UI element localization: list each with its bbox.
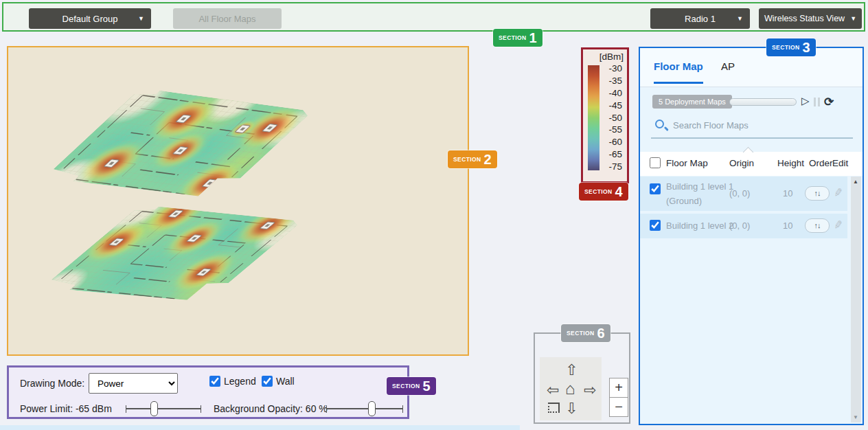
search-icon bbox=[655, 120, 664, 128]
wall-checkbox[interactable] bbox=[262, 376, 273, 387]
origin-value: (0, 0) bbox=[729, 188, 750, 199]
col-origin: Origin bbox=[729, 158, 754, 168]
play-icon[interactable]: ▷ bbox=[801, 95, 810, 107]
scroll-up-icon[interactable]: ▲ bbox=[853, 179, 858, 185]
select-all-checkbox[interactable] bbox=[650, 157, 661, 168]
search-floor-maps-input[interactable]: Search Floor Maps bbox=[651, 117, 853, 139]
deployment-maps-badge: 5 Deployment Maps bbox=[652, 95, 732, 109]
chevron-down-icon: ▼ bbox=[737, 15, 743, 22]
section-6-badge: SECTION 6 bbox=[561, 324, 610, 342]
floor-name: Building 1 level 2 bbox=[666, 220, 733, 231]
legend-tick: -75 bbox=[599, 161, 622, 172]
wireless-heatmap bbox=[8, 47, 468, 354]
search-placeholder: Search Floor Maps bbox=[673, 120, 749, 131]
chevron-down-icon: ▼ bbox=[138, 15, 144, 22]
floor-1 bbox=[8, 66, 350, 220]
legend-tick: -35 bbox=[599, 76, 622, 86]
legend-tick: -40 bbox=[599, 88, 622, 98]
legend-checkbox-label: Legend bbox=[224, 376, 256, 387]
group-selector-dropdown[interactable]: Default Group ▼ bbox=[29, 8, 151, 29]
legend-tick-labels: -30-35-40-45-50-55-60-65-75 bbox=[599, 63, 622, 172]
home-icon[interactable]: ⌂ bbox=[565, 381, 575, 396]
col-edit: Edit bbox=[832, 158, 848, 168]
legend-tick: -65 bbox=[599, 149, 622, 159]
section-1-badge: SECTION 1 bbox=[493, 29, 542, 47]
table-header: Floor Map Origin Height Order Edit bbox=[640, 152, 863, 176]
floor-map-canvas[interactable] bbox=[7, 46, 469, 356]
group-selector-label: Default Group bbox=[62, 14, 118, 24]
legend-checkbox-group[interactable]: Legend bbox=[209, 376, 256, 387]
drawing-mode-label: Drawing Mode: bbox=[20, 378, 84, 389]
background-opacity-slider-wrap bbox=[326, 400, 403, 417]
radio-selector-label: Radio 1 bbox=[685, 14, 716, 24]
background-opacity-value: 60 % bbox=[306, 403, 328, 414]
power-limit-label: Power Limit: -65 dBm bbox=[20, 403, 112, 414]
table-row[interactable]: Building 1 level 2 (0, 0) 10 ↑↓ ✎ bbox=[640, 214, 847, 238]
pan-pad: ⇧ ⇦ ⌂ ⇨ ⇩ bbox=[540, 357, 602, 420]
deployment-progress-bar bbox=[729, 98, 797, 106]
tab-ap[interactable]: AP bbox=[721, 60, 735, 72]
edit-pencil-icon[interactable]: ✎ bbox=[832, 218, 844, 232]
map-navigation-panel: ⇧ ⇦ ⌂ ⇨ ⇩ + − bbox=[534, 332, 630, 424]
pause-icon[interactable] bbox=[814, 98, 820, 106]
background-opacity-slider[interactable] bbox=[326, 400, 403, 417]
dbm-legend: [dBm] -30-35-40-45-50-55-60-65-75 bbox=[581, 47, 629, 183]
power-limit-slider-wrap bbox=[126, 400, 201, 417]
height-value: 10 bbox=[783, 220, 792, 231]
legend-gradient-bar bbox=[588, 65, 599, 170]
table-row[interactable]: Building 1 level 1 (Ground) (0, 0) 10 ↑↓… bbox=[640, 177, 847, 211]
legend-tick: -45 bbox=[599, 100, 622, 111]
drawing-mode-select[interactable]: Power bbox=[89, 373, 178, 394]
col-height: Height bbox=[777, 158, 804, 168]
zoom-in-button[interactable]: + bbox=[609, 378, 628, 398]
section-3-badge: SECTION 3 bbox=[766, 38, 816, 56]
power-limit-value: -65 dBm bbox=[76, 403, 112, 414]
wall-checkbox-group[interactable]: Wall bbox=[262, 376, 295, 387]
origin-value: (0, 0) bbox=[729, 220, 750, 231]
radio-selector-dropdown[interactable]: Radio 1 ▼ bbox=[650, 8, 750, 29]
section-5-badge: SECTION 5 bbox=[387, 377, 436, 395]
wall-checkbox-label: Wall bbox=[276, 376, 295, 387]
legend-tick: -50 bbox=[599, 113, 622, 123]
floor-name-suffix: (Ground) bbox=[666, 196, 702, 206]
legend-tick: -30 bbox=[599, 63, 622, 73]
row-checkbox[interactable] bbox=[650, 183, 661, 194]
floor-name: Building 1 level 1 bbox=[666, 181, 733, 192]
select-region-icon[interactable] bbox=[548, 403, 560, 413]
panel-tab-bar: Floor Map AP bbox=[640, 48, 863, 87]
legend-tick: -60 bbox=[599, 137, 622, 147]
drawing-controls-panel: Drawing Mode: Power Legend Wall Power Li… bbox=[7, 365, 409, 419]
top-toolbar: Default Group ▼ All Floor Maps Radio 1 ▼… bbox=[2, 2, 865, 32]
app-window: Default Group ▼ All Floor Maps Radio 1 ▼… bbox=[0, 0, 868, 430]
scroll-down-icon[interactable]: ▼ bbox=[853, 414, 858, 420]
pan-left-icon[interactable]: ⇦ bbox=[547, 383, 559, 398]
pan-up-icon[interactable]: ⇧ bbox=[565, 363, 578, 378]
floor-0 bbox=[8, 185, 339, 321]
pan-right-icon[interactable]: ⇨ bbox=[584, 383, 596, 398]
view-selector-label: Wireless Status View bbox=[764, 14, 845, 23]
legend-checkbox[interactable] bbox=[209, 376, 220, 387]
view-selector-dropdown[interactable]: Wireless Status View ▼ bbox=[759, 8, 862, 29]
col-order: Order bbox=[809, 158, 833, 168]
chevron-down-icon: ▼ bbox=[850, 15, 856, 22]
floor-map-panel: Floor Map AP 5 Deployment Maps ▷ ⟳ Searc… bbox=[639, 47, 864, 425]
power-limit-slider[interactable] bbox=[126, 400, 201, 417]
refresh-icon[interactable]: ⟳ bbox=[824, 95, 834, 109]
order-button[interactable]: ↑↓ bbox=[805, 218, 830, 233]
edit-pencil-icon[interactable]: ✎ bbox=[832, 185, 844, 200]
bottom-panel-edge bbox=[0, 425, 520, 430]
tab-floor-map[interactable]: Floor Map bbox=[654, 60, 703, 72]
panel-scrollbar[interactable]: ▲ ▼ bbox=[851, 177, 861, 422]
col-floor-map: Floor Map bbox=[666, 158, 708, 168]
row-checkbox[interactable] bbox=[650, 220, 661, 231]
all-floor-maps-button[interactable]: All Floor Maps bbox=[173, 8, 282, 29]
legend-title: [dBm] bbox=[599, 52, 624, 62]
order-button[interactable]: ↑↓ bbox=[805, 186, 830, 201]
height-value: 10 bbox=[783, 188, 792, 199]
background-opacity-label: Background Opacity: 60 % bbox=[214, 403, 328, 414]
zoom-out-button[interactable]: − bbox=[609, 397, 628, 417]
pan-down-icon[interactable]: ⇩ bbox=[565, 401, 578, 416]
section-2-badge: SECTION 2 bbox=[448, 150, 497, 168]
section-4-badge: SECTION 4 bbox=[579, 183, 628, 201]
legend-tick: -55 bbox=[599, 124, 622, 135]
